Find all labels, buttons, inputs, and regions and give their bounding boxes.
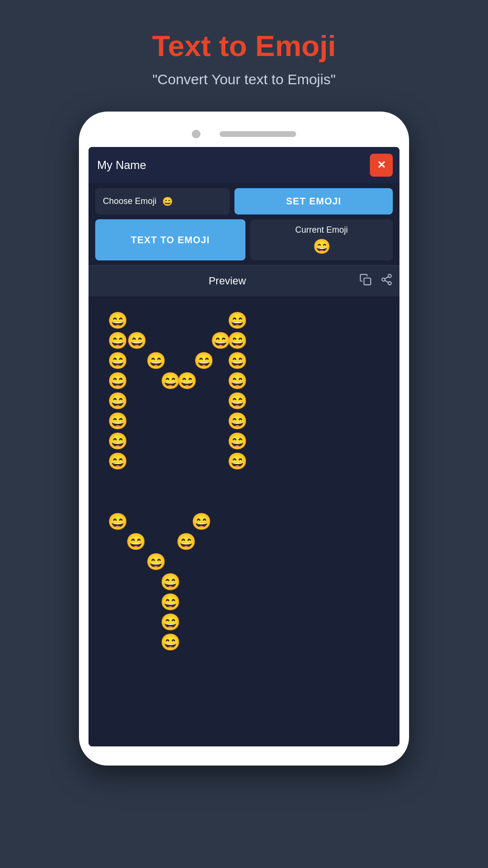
input-area: ✕ xyxy=(89,147,399,183)
svg-line-4 xyxy=(385,281,388,282)
choose-emoji-button[interactable]: Choose Emoji 😄 xyxy=(95,188,230,214)
page-header: Text to Emoji "Convert Your text to Emoj… xyxy=(152,0,336,88)
phone-camera xyxy=(192,130,200,138)
copy-button[interactable] xyxy=(359,273,372,289)
current-emoji-display: 😄 xyxy=(313,238,331,255)
current-emoji-label: Current Emoji xyxy=(295,225,348,235)
current-emoji-panel: Current Emoji 😄 xyxy=(250,219,393,260)
controls-row: Choose Emoji 😄 SET EMOJI xyxy=(89,183,399,219)
choose-emoji-label: Choose Emoji xyxy=(103,196,156,206)
app-screen: ✕ Choose Emoji 😄 SET EMOJI TEXT TO EMOJI… xyxy=(89,147,399,746)
phone-top-bar xyxy=(89,126,399,147)
preview-header: Preview xyxy=(89,265,399,296)
preview-canvas: 😄 😄 😄 😄 😄 😄 😄 😄 😄 😄 😄 😄 😄 😄 😄 xyxy=(89,296,399,746)
text-to-emoji-button[interactable]: TEXT TO EMOJI xyxy=(95,219,245,260)
phone-frame: ✕ Choose Emoji 😄 SET EMOJI TEXT TO EMOJI… xyxy=(79,112,409,766)
emoji-art: 😄 😄 😄 😄 😄 😄 😄 😄 😄 😄 😄 😄 😄 😄 😄 xyxy=(98,306,390,737)
preview-label: Preview xyxy=(95,275,359,287)
svg-rect-0 xyxy=(364,278,371,285)
action-row: TEXT TO EMOJI Current Emoji 😄 xyxy=(89,219,399,265)
choose-emoji-icon: 😄 xyxy=(162,196,173,207)
svg-line-5 xyxy=(385,277,388,279)
clear-button[interactable]: ✕ xyxy=(370,154,393,177)
share-button[interactable] xyxy=(380,273,393,289)
preview-icons xyxy=(359,273,393,289)
page-title: Text to Emoji xyxy=(152,29,336,63)
text-input[interactable] xyxy=(95,156,365,175)
set-emoji-button[interactable]: SET EMOJI xyxy=(234,188,393,214)
phone-speaker xyxy=(220,131,296,137)
page-subtitle: "Convert Your text to Emojis" xyxy=(152,71,336,88)
